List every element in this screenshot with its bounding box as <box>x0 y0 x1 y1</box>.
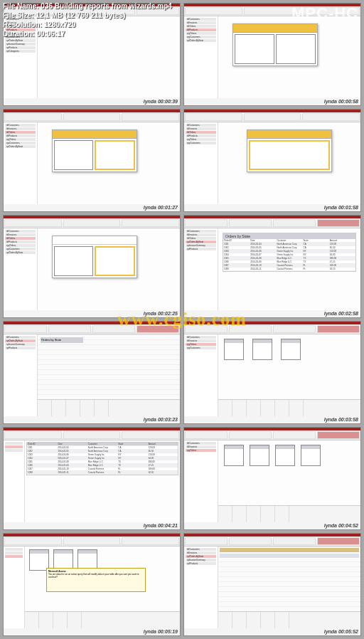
layout-options[interactable] <box>54 246 93 276</box>
report-wizard-dialog[interactable] <box>52 236 137 278</box>
query-grid[interactable] <box>218 399 360 416</box>
table-box[interactable] <box>252 339 272 360</box>
selected-fields-list[interactable] <box>95 140 135 170</box>
thumbnail[interactable]: tblCustomerstblInvoicestblOrderstblProdu… <box>183 109 361 212</box>
report-design-surface[interactable] <box>218 546 360 611</box>
nav-pane[interactable]: tblCustomerstblInvoicestblOrderstblProdu… <box>184 16 218 98</box>
selected-fields-list[interactable] <box>276 34 316 64</box>
thumbnail[interactable]: tblCustomerstblInvoicesrptOrdersByStater… <box>183 533 361 636</box>
report-preview[interactable]: Orders by State OrderIDDateCustomerState… <box>223 233 356 272</box>
query-relationship-pane[interactable] <box>218 440 360 505</box>
message-box[interactable]: Microsoft Access You are about to run an… <box>46 568 146 592</box>
report-wizard-dialog[interactable] <box>52 130 137 172</box>
nav-item[interactable]: rptInvoiceSummary <box>5 43 36 46</box>
timestamp-label: lynda 00:00:58 <box>324 99 358 104</box>
available-fields-list[interactable] <box>54 140 93 170</box>
nav-item[interactable]: rptOrdersByState <box>5 39 36 42</box>
layout-preview <box>95 246 135 276</box>
nav-item[interactable]: rptProducts <box>5 46 36 49</box>
query-relationship-pane[interactable] <box>218 334 360 399</box>
table-box[interactable] <box>281 339 301 360</box>
grouping-preview[interactable] <box>249 140 330 170</box>
thumbnail[interactable]: tblCustomersrptOrdersByStaterptInvoiceSu… <box>3 321 181 424</box>
thumbnail[interactable]: tblCustomerstblInvoicestblOrderstblProdu… <box>3 215 181 318</box>
query-grid[interactable] <box>218 505 360 522</box>
report-design-surface[interactable]: Orders by State <box>38 334 180 399</box>
table-box[interactable] <box>224 339 244 360</box>
thumbnail[interactable]: tblCustomerstblInvoicestblOrdersrptOrder… <box>183 215 361 318</box>
report-wizard-dialog[interactable] <box>232 23 318 66</box>
query-relationship-pane[interactable]: Microsoft Access You are about to run an… <box>25 546 180 611</box>
thumbnail[interactable]: tblCustomerstblInvoicesqryOrders lynda 0… <box>183 427 361 530</box>
nav-item[interactable]: rptCategories <box>5 50 36 53</box>
report-title: Orders by State <box>223 233 355 239</box>
msgbox-text: You are about to run an action query tha… <box>48 573 144 579</box>
datasheet-view[interactable]: OrderIDDateCustomerStateAmount 10012014-… <box>26 442 178 475</box>
thumbnail[interactable]: Microsoft Access You are about to run an… <box>3 533 181 636</box>
timestamp-label: lynda 00:00:39 <box>144 99 178 104</box>
thumbnail[interactable]: OrderIDDateCustomerStateAmount 10012014-… <box>3 427 181 530</box>
available-fields-list[interactable] <box>235 34 274 64</box>
media-info-overlay: File Name: 036 Building reports from wiz… <box>3 1 172 38</box>
report-wizard-dialog[interactable] <box>247 130 332 172</box>
thumbnail[interactable]: tblCustomerstblInvoicestblOrderstblProdu… <box>3 109 181 212</box>
thumbnail[interactable]: tblCustomerstblInvoicesqryOrdersqryCusto… <box>183 321 361 424</box>
thumbnail-grid: tblCustomers tblInvoices tblOrders tblPr… <box>0 0 364 639</box>
property-grid[interactable] <box>218 611 360 628</box>
property-sheet[interactable] <box>38 399 180 416</box>
player-logo: MPC-HC <box>291 4 358 23</box>
